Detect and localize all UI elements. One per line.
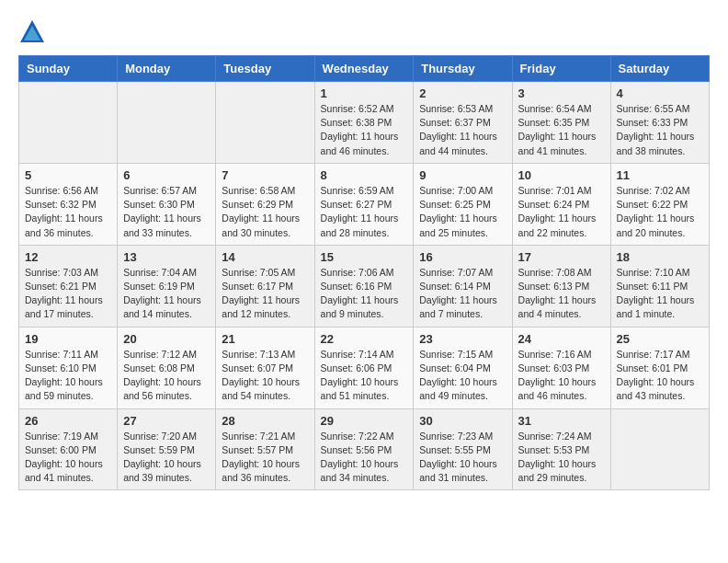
- calendar-day-cell: 4Sunrise: 6:55 AM Sunset: 6:33 PM Daylig…: [610, 82, 709, 164]
- day-number: 4: [617, 86, 703, 100]
- day-info: Sunrise: 7:23 AM Sunset: 5:55 PM Dayligh…: [419, 430, 506, 486]
- calendar-day-cell: 7Sunrise: 6:58 AM Sunset: 6:29 PM Daylig…: [216, 163, 314, 245]
- calendar-day-cell: 23Sunrise: 7:15 AM Sunset: 6:04 PM Dayli…: [414, 327, 512, 408]
- calendar-day-cell: 29Sunrise: 7:22 AM Sunset: 5:56 PM Dayli…: [314, 408, 414, 490]
- day-number: 10: [518, 168, 605, 182]
- day-info: Sunrise: 7:22 AM Sunset: 5:56 PM Dayligh…: [321, 430, 408, 486]
- calendar-day-cell: 24Sunrise: 7:16 AM Sunset: 6:03 PM Dayli…: [512, 327, 610, 408]
- day-info: Sunrise: 7:00 AM Sunset: 6:25 PM Dayligh…: [419, 184, 506, 240]
- day-number: 23: [419, 332, 506, 346]
- calendar-week-row: 1Sunrise: 6:52 AM Sunset: 6:38 PM Daylig…: [19, 82, 710, 164]
- page-header: [18, 18, 710, 46]
- day-number: 21: [222, 332, 308, 346]
- calendar-day-cell: 11Sunrise: 7:02 AM Sunset: 6:22 PM Dayli…: [610, 163, 709, 245]
- day-info: Sunrise: 7:11 AM Sunset: 6:10 PM Dayligh…: [25, 348, 111, 404]
- calendar-day-cell: 27Sunrise: 7:20 AM Sunset: 5:59 PM Dayli…: [118, 408, 216, 490]
- day-info: Sunrise: 7:14 AM Sunset: 6:06 PM Dayligh…: [321, 348, 408, 404]
- calendar-week-row: 26Sunrise: 7:19 AM Sunset: 6:00 PM Dayli…: [19, 408, 710, 490]
- day-number: 3: [518, 86, 605, 100]
- calendar-day-cell: 9Sunrise: 7:00 AM Sunset: 6:25 PM Daylig…: [414, 163, 512, 245]
- calendar-day-cell: 6Sunrise: 6:57 AM Sunset: 6:30 PM Daylig…: [118, 163, 216, 245]
- day-number: 18: [617, 250, 703, 264]
- calendar-week-row: 5Sunrise: 6:56 AM Sunset: 6:32 PM Daylig…: [19, 163, 710, 245]
- weekday-header: Tuesday: [216, 56, 314, 82]
- calendar-day-cell: 10Sunrise: 7:01 AM Sunset: 6:24 PM Dayli…: [512, 163, 610, 245]
- day-info: Sunrise: 7:16 AM Sunset: 6:03 PM Dayligh…: [518, 348, 605, 404]
- day-info: Sunrise: 6:57 AM Sunset: 6:30 PM Dayligh…: [123, 184, 210, 240]
- day-info: Sunrise: 7:08 AM Sunset: 6:13 PM Dayligh…: [518, 266, 605, 322]
- calendar-day-cell: 17Sunrise: 7:08 AM Sunset: 6:13 PM Dayli…: [512, 245, 610, 327]
- calendar-day-cell: 28Sunrise: 7:21 AM Sunset: 5:57 PM Dayli…: [216, 408, 314, 490]
- day-number: 17: [518, 250, 605, 264]
- calendar-day-cell: 22Sunrise: 7:14 AM Sunset: 6:06 PM Dayli…: [314, 327, 414, 408]
- day-number: 11: [617, 168, 703, 182]
- logo: [18, 18, 50, 46]
- weekday-header: Friday: [512, 56, 610, 82]
- calendar-day-cell: [610, 408, 709, 490]
- weekday-header: Monday: [118, 56, 216, 82]
- day-number: 1: [321, 86, 408, 100]
- calendar-day-cell: [19, 82, 118, 164]
- calendar-day-cell: 3Sunrise: 6:54 AM Sunset: 6:35 PM Daylig…: [512, 82, 610, 164]
- day-info: Sunrise: 7:07 AM Sunset: 6:14 PM Dayligh…: [419, 266, 506, 322]
- calendar-day-cell: 20Sunrise: 7:12 AM Sunset: 6:08 PM Dayli…: [118, 327, 216, 408]
- day-info: Sunrise: 6:58 AM Sunset: 6:29 PM Dayligh…: [222, 184, 308, 240]
- weekday-header: Thursday: [414, 56, 512, 82]
- day-number: 14: [222, 250, 308, 264]
- calendar-day-cell: 14Sunrise: 7:05 AM Sunset: 6:17 PM Dayli…: [216, 245, 314, 327]
- day-info: Sunrise: 7:24 AM Sunset: 5:53 PM Dayligh…: [518, 430, 605, 486]
- day-number: 27: [123, 414, 210, 428]
- day-info: Sunrise: 6:53 AM Sunset: 6:37 PM Dayligh…: [419, 102, 506, 158]
- day-info: Sunrise: 7:04 AM Sunset: 6:19 PM Dayligh…: [123, 266, 210, 322]
- day-number: 20: [123, 332, 210, 346]
- day-number: 13: [123, 250, 210, 264]
- day-info: Sunrise: 6:52 AM Sunset: 6:38 PM Dayligh…: [321, 102, 408, 158]
- day-info: Sunrise: 6:55 AM Sunset: 6:33 PM Dayligh…: [617, 102, 703, 158]
- day-info: Sunrise: 7:17 AM Sunset: 6:01 PM Dayligh…: [617, 348, 703, 404]
- day-number: 30: [419, 414, 506, 428]
- day-number: 8: [321, 168, 408, 182]
- calendar-day-cell: 18Sunrise: 7:10 AM Sunset: 6:11 PM Dayli…: [610, 245, 709, 327]
- day-info: Sunrise: 7:03 AM Sunset: 6:21 PM Dayligh…: [25, 266, 111, 322]
- day-info: Sunrise: 6:59 AM Sunset: 6:27 PM Dayligh…: [321, 184, 408, 240]
- calendar-day-cell: 5Sunrise: 6:56 AM Sunset: 6:32 PM Daylig…: [19, 163, 118, 245]
- day-info: Sunrise: 7:05 AM Sunset: 6:17 PM Dayligh…: [222, 266, 308, 322]
- day-number: 29: [321, 414, 408, 428]
- calendar-day-cell: 26Sunrise: 7:19 AM Sunset: 6:00 PM Dayli…: [19, 408, 118, 490]
- day-number: 7: [222, 168, 308, 182]
- calendar-day-cell: 31Sunrise: 7:24 AM Sunset: 5:53 PM Dayli…: [512, 408, 610, 490]
- calendar-day-cell: 8Sunrise: 6:59 AM Sunset: 6:27 PM Daylig…: [314, 163, 414, 245]
- day-info: Sunrise: 7:13 AM Sunset: 6:07 PM Dayligh…: [222, 348, 308, 404]
- day-number: 26: [25, 414, 111, 428]
- calendar-header-row: SundayMondayTuesdayWednesdayThursdayFrid…: [19, 56, 710, 82]
- calendar-day-cell: 15Sunrise: 7:06 AM Sunset: 6:16 PM Dayli…: [314, 245, 414, 327]
- day-info: Sunrise: 7:20 AM Sunset: 5:59 PM Dayligh…: [123, 430, 210, 486]
- day-number: 24: [518, 332, 605, 346]
- day-number: 9: [419, 168, 506, 182]
- calendar-day-cell: 30Sunrise: 7:23 AM Sunset: 5:55 PM Dayli…: [414, 408, 512, 490]
- logo-icon: [18, 18, 46, 46]
- day-number: 28: [222, 414, 308, 428]
- calendar-week-row: 19Sunrise: 7:11 AM Sunset: 6:10 PM Dayli…: [19, 327, 710, 408]
- day-number: 22: [321, 332, 408, 346]
- day-number: 6: [123, 168, 210, 182]
- day-number: 5: [25, 168, 111, 182]
- calendar-day-cell: 21Sunrise: 7:13 AM Sunset: 6:07 PM Dayli…: [216, 327, 314, 408]
- weekday-header: Saturday: [610, 56, 709, 82]
- calendar-day-cell: 13Sunrise: 7:04 AM Sunset: 6:19 PM Dayli…: [118, 245, 216, 327]
- weekday-header: Wednesday: [314, 56, 414, 82]
- calendar-day-cell: 2Sunrise: 6:53 AM Sunset: 6:37 PM Daylig…: [414, 82, 512, 164]
- day-info: Sunrise: 7:06 AM Sunset: 6:16 PM Dayligh…: [321, 266, 408, 322]
- day-info: Sunrise: 7:10 AM Sunset: 6:11 PM Dayligh…: [617, 266, 703, 322]
- day-number: 16: [419, 250, 506, 264]
- calendar-day-cell: [118, 82, 216, 164]
- day-info: Sunrise: 7:12 AM Sunset: 6:08 PM Dayligh…: [123, 348, 210, 404]
- day-number: 2: [419, 86, 506, 100]
- day-number: 12: [25, 250, 111, 264]
- calendar-day-cell: 19Sunrise: 7:11 AM Sunset: 6:10 PM Dayli…: [19, 327, 118, 408]
- weekday-header: Sunday: [19, 56, 118, 82]
- calendar-day-cell: 25Sunrise: 7:17 AM Sunset: 6:01 PM Dayli…: [610, 327, 709, 408]
- calendar-day-cell: 12Sunrise: 7:03 AM Sunset: 6:21 PM Dayli…: [19, 245, 118, 327]
- day-info: Sunrise: 7:19 AM Sunset: 6:00 PM Dayligh…: [25, 430, 111, 486]
- day-number: 31: [518, 414, 605, 428]
